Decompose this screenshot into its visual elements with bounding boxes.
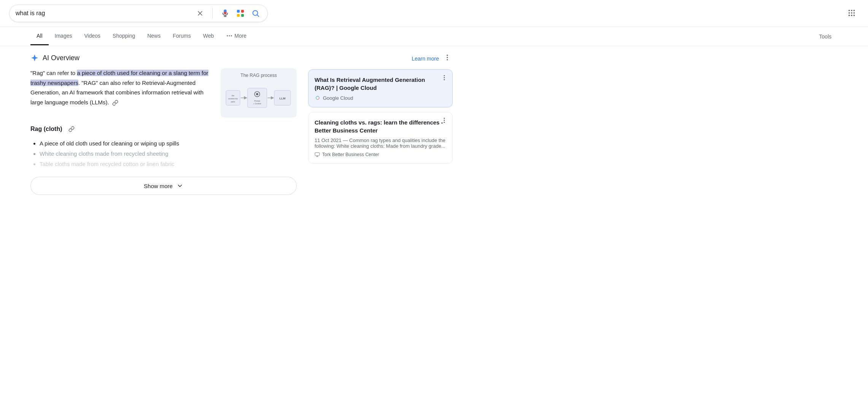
chevron-down-icon [176,182,183,189]
right-learn-more-link[interactable]: Learn more [412,56,439,62]
bullet-1: A piece of old cloth used for cleaning o… [40,138,297,148]
tab-videos[interactable]: Videos [78,27,107,45]
svg-point-10 [849,12,850,14]
svg-point-30 [447,55,448,56]
rag-cloth-section: Rag (cloth) A piece of old cloth used fo… [30,125,297,169]
bullet-3: Table cloths made from recycled cotton o… [40,159,297,169]
link-icon[interactable] [112,100,118,106]
svg-point-17 [229,35,230,37]
svg-text:+ Context: + Context [253,103,262,105]
card-2-title[interactable]: Cleaning cloths vs. rags: learn the diff… [315,118,446,134]
apps-button[interactable] [844,6,859,21]
tab-news[interactable]: News [141,27,167,45]
left-column: AI Overview "Rag" can refer to a piece o… [30,54,297,203]
tools-button[interactable]: Tools [813,28,838,45]
rag-process-diagram: the content into parts [225,83,292,113]
search-button[interactable] [250,8,261,19]
more-dots-icon [226,32,233,39]
rag-cloth-bullets: A piece of old cloth used for cleaning o… [30,138,297,169]
show-more-button[interactable]: Show more [30,177,297,195]
tab-images[interactable]: Images [49,27,78,45]
card-2-menu-button[interactable] [441,117,448,126]
ai-overview-label: AI Overview [43,54,79,62]
svg-point-35 [444,79,445,80]
result-card-2: Cleaning cloths vs. rags: learn the diff… [308,112,453,164]
ai-text: "Rag" can refer to a piece of cloth used… [30,68,213,118]
apps-grid-icon [847,9,856,17]
card-1-title[interactable]: What Is Retrieval Augmented Generation (… [315,76,446,92]
more-label: More [234,33,246,39]
lens-search-button[interactable] [235,8,246,19]
right-column: Learn more What Is Retrieval Augmented G… [308,54,453,203]
svg-point-16 [227,35,228,37]
svg-rect-23 [248,88,267,108]
card-2-source-name: Tork Better Business Center [322,152,379,157]
svg-point-14 [851,14,852,16]
svg-point-31 [447,57,448,58]
svg-point-37 [444,120,445,121]
rag-cloth-link-btn[interactable] [67,125,76,134]
card-1-source-name: Google Cloud [323,95,353,101]
result-card-1: What Is Retrieval Augmented Generation (… [308,69,453,107]
svg-rect-39 [315,153,320,156]
svg-point-9 [854,10,855,11]
tab-all[interactable]: All [30,27,49,45]
rag-cloth-title: Rag (cloth) [30,125,297,134]
svg-text:LLM: LLM [280,97,286,100]
svg-point-7 [849,10,850,11]
main-content: AI Overview "Rag" can refer to a piece o… [0,46,868,210]
divider [212,8,213,19]
nav-tabs: All Images Videos Shopping News Forums W… [0,27,868,46]
svg-point-36 [444,118,445,119]
clear-button[interactable] [195,8,205,19]
card-1-dots-icon [441,74,448,81]
google-cloud-logo [315,95,321,101]
chain-link-icon [112,100,118,106]
svg-point-34 [444,77,445,78]
voice-search-button[interactable] [219,8,231,19]
tab-web[interactable]: Web [197,27,220,45]
svg-point-25 [256,93,258,95]
svg-point-15 [854,14,855,16]
search-icon [251,9,260,18]
svg-rect-4 [241,14,244,17]
close-icon [196,10,204,17]
bullet-2: White cleaning cloths made from recycled… [40,148,297,159]
right-options-button[interactable] [444,54,451,63]
website-icon [315,152,320,157]
svg-point-11 [851,12,852,14]
rag-process-box: The RAG process the content into parts [221,68,297,118]
search-icons [195,8,261,19]
vertical-dots-icon [444,54,451,61]
search-bar [9,5,268,22]
ai-star-icon [30,54,39,62]
svg-point-33 [444,75,445,76]
ai-overview-title: AI Overview [30,54,79,62]
svg-text:Prompt: Prompt [254,100,260,102]
tab-forums[interactable]: Forums [167,27,197,45]
card-1-source: Google Cloud [315,95,446,101]
header-right [837,6,859,21]
search-input[interactable] [16,10,195,17]
card-1-menu-button[interactable] [441,74,448,83]
svg-point-8 [851,10,852,11]
lens-icon [236,9,245,18]
svg-point-13 [849,14,850,16]
svg-rect-2 [237,10,240,13]
svg-point-12 [854,12,855,14]
ai-text-1: "Rag" can refer to [30,70,77,76]
ai-overview-section: AI Overview "Rag" can refer to a piece o… [30,54,297,195]
right-top-header: Learn more [308,54,453,63]
rag-cloth-heading-text: Rag (cloth) [30,126,62,133]
search-bar-wrapper [9,5,268,22]
svg-rect-3 [241,10,244,13]
svg-text:parts: parts [231,101,235,103]
card-2-date: 11 Oct 2021 — Common rag types and quali… [315,137,446,149]
svg-point-32 [447,59,448,60]
svg-rect-5 [237,14,240,17]
show-more-label: Show more [144,183,173,189]
svg-point-38 [444,122,445,123]
tab-shopping[interactable]: Shopping [107,27,141,45]
tab-more[interactable]: More [220,27,253,46]
card-2-source: Tork Better Business Center [315,152,446,157]
